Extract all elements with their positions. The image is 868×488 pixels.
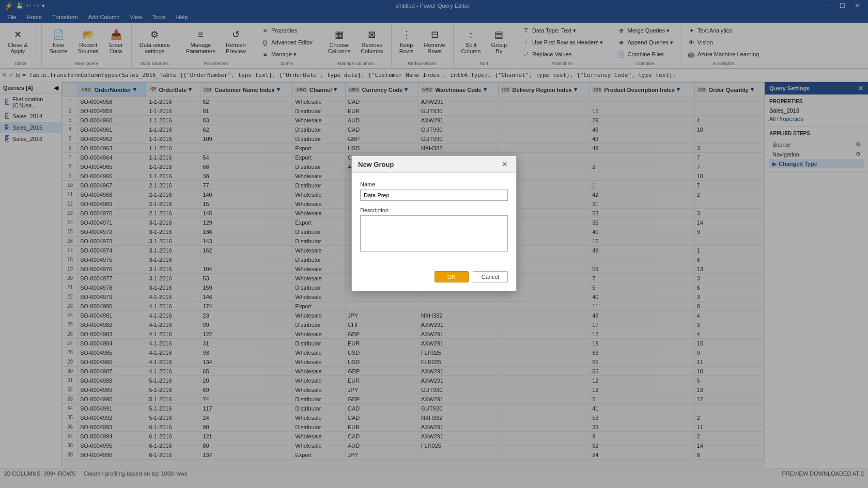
modal-title-bar: New Group ✕ bbox=[352, 156, 516, 173]
ok-button[interactable]: OK bbox=[435, 271, 469, 282]
modal-overlay: New Group ✕ Name Description OK Cancel bbox=[0, 0, 868, 488]
modal-close-button[interactable]: ✕ bbox=[500, 160, 510, 168]
name-field: Name bbox=[360, 181, 508, 201]
new-group-modal: New Group ✕ Name Description OK Cancel bbox=[351, 155, 517, 291]
description-label: Description bbox=[360, 207, 508, 213]
modal-title: New Group bbox=[358, 161, 394, 168]
description-textarea[interactable] bbox=[360, 215, 508, 251]
name-label: Name bbox=[360, 181, 508, 187]
cancel-button[interactable]: Cancel bbox=[473, 271, 508, 282]
modal-body: Name Description bbox=[352, 173, 516, 267]
modal-footer: OK Cancel bbox=[352, 267, 516, 291]
name-input[interactable] bbox=[360, 190, 508, 201]
description-field: Description bbox=[360, 207, 508, 253]
